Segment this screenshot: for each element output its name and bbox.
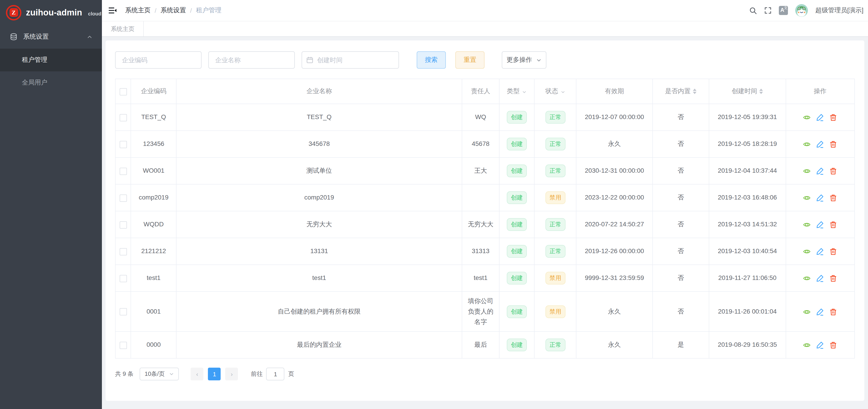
row-checkbox[interactable] [119, 342, 127, 349]
more-actions-button[interactable]: 更多操作 [502, 52, 546, 69]
eye-icon[interactable] [803, 194, 811, 202]
col-builtin[interactable]: 是否内置 [653, 79, 709, 104]
search-icon[interactable] [749, 7, 757, 14]
pencil-icon[interactable] [816, 141, 824, 148]
row-checkbox[interactable] [119, 195, 127, 202]
cell-enterprise-code: WQDD [131, 211, 176, 238]
eye-icon[interactable] [803, 342, 811, 349]
pencil-icon[interactable] [816, 194, 824, 202]
cell-validity: 2030-12-31 00:00:00 [577, 158, 653, 184]
type-badge: 创建 [507, 305, 527, 318]
cell-enterprise-code: 2121212 [131, 238, 176, 265]
row-checkbox[interactable] [119, 248, 127, 255]
cell-enterprise-name: 测试单位 [177, 158, 462, 184]
col-type[interactable]: 类型 [499, 79, 534, 104]
pencil-icon[interactable] [816, 167, 824, 175]
enterprise-code-input[interactable] [115, 52, 202, 69]
trash-icon[interactable] [830, 194, 837, 202]
created-time-input[interactable] [302, 52, 399, 69]
trash-icon[interactable] [830, 342, 837, 349]
sort-icon[interactable] [760, 89, 763, 94]
goto-page-input[interactable] [266, 368, 284, 380]
trash-icon[interactable] [830, 114, 837, 122]
next-page-button[interactable]: › [225, 368, 238, 380]
row-checkbox[interactable] [119, 221, 127, 229]
enterprise-name-input[interactable] [208, 52, 295, 69]
cell-enterprise-name: 自己创建的租户拥有所有权限 [177, 292, 462, 332]
eye-icon[interactable] [803, 167, 811, 175]
cell-builtin: 是 [653, 332, 709, 358]
cell-enterprise-code: test1 [131, 265, 176, 292]
type-badge: 创建 [507, 272, 527, 284]
col-status[interactable]: 状态 [534, 79, 576, 104]
sidebar-item-tenant-management[interactable]: 租户管理 [0, 48, 102, 71]
col-created-time[interactable]: 创建时间 [709, 79, 786, 104]
reset-button[interactable]: 重置 [455, 52, 485, 69]
avatar[interactable] [795, 4, 808, 17]
filter-chevron-icon[interactable] [522, 89, 527, 94]
trash-icon[interactable] [830, 308, 837, 316]
sidebar-item-global-users[interactable]: 全局用户 [0, 71, 102, 94]
status-badge: 正常 [546, 245, 565, 258]
eye-icon[interactable] [803, 141, 811, 148]
pencil-icon[interactable] [816, 221, 824, 229]
cell-enterprise-code: TEST_Q [131, 104, 176, 131]
prev-page-button[interactable]: ‹ [191, 368, 204, 380]
page-size-select[interactable]: 10条/页 [140, 368, 179, 380]
cell-enterprise-code: 123456 [131, 131, 176, 158]
type-badge: 创建 [507, 111, 527, 124]
type-badge: 创建 [507, 339, 527, 351]
logo-icon: Z [6, 5, 21, 20]
app-title: zuihou-admin [26, 7, 82, 18]
row-checkbox[interactable] [119, 275, 127, 282]
sort-icon[interactable] [693, 89, 696, 94]
sidebar: Z zuihou-admin cloud 系统设置 租户管理 全局用户 [0, 0, 102, 409]
trash-icon[interactable] [830, 221, 837, 229]
cell-owner: WQ [462, 104, 499, 131]
eye-icon[interactable] [803, 221, 811, 229]
page-number-active[interactable]: 1 [208, 368, 221, 380]
trash-icon[interactable] [830, 275, 837, 282]
breadcrumb-separator: / [190, 7, 192, 14]
collapse-menu-icon[interactable] [108, 7, 117, 14]
trash-icon[interactable] [830, 248, 837, 255]
cell-enterprise-name: 345678 [177, 131, 462, 158]
status-badge: 禁用 [546, 191, 565, 204]
cell-builtin: 否 [653, 184, 709, 211]
language-icon[interactable]: A 文 [779, 6, 788, 15]
cell-enterprise-code: 0001 [131, 292, 176, 332]
username[interactable]: 超级管理员[演示] [815, 6, 863, 14]
eye-icon[interactable] [803, 308, 811, 316]
cell-owner: 45678 [462, 131, 499, 158]
select-all-checkbox[interactable] [119, 88, 127, 95]
row-checkbox[interactable] [119, 114, 127, 121]
row-checkbox[interactable] [119, 168, 127, 175]
fullscreen-icon[interactable] [764, 7, 772, 14]
breadcrumb: 系统主页 / 系统设置 / 租户管理 [125, 6, 222, 14]
cell-owner: 填你公司负责人的名字 [462, 292, 499, 332]
eye-icon[interactable] [803, 248, 811, 255]
status-badge: 正常 [546, 339, 565, 351]
pencil-icon[interactable] [816, 114, 824, 122]
app-title-suffix: cloud [88, 9, 101, 16]
eye-icon[interactable] [803, 114, 811, 122]
cell-enterprise-code: WO001 [131, 158, 176, 184]
tab-system-home[interactable]: 系统主页 [102, 21, 144, 36]
cell-validity: 2019-12-26 00:00:00 [577, 238, 653, 265]
table-header-row: 企业编码 企业名称 责任人 类型 状态 有效期 是否内置 创建时间 操作 [115, 79, 855, 104]
breadcrumb-system-settings[interactable]: 系统设置 [161, 6, 186, 14]
pencil-icon[interactable] [816, 275, 824, 282]
eye-icon[interactable] [803, 275, 811, 282]
pencil-icon[interactable] [816, 342, 824, 349]
pencil-icon[interactable] [816, 308, 824, 316]
breadcrumb-home[interactable]: 系统主页 [125, 6, 151, 14]
row-checkbox[interactable] [119, 308, 127, 316]
sidebar-group-system-settings[interactable]: 系统设置 [0, 25, 102, 48]
trash-icon[interactable] [830, 141, 837, 148]
pencil-icon[interactable] [816, 248, 824, 255]
table-row: 21212121313131313创建正常2019-12-26 00:00:00… [115, 238, 855, 265]
trash-icon[interactable] [830, 167, 837, 175]
row-checkbox[interactable] [119, 141, 127, 148]
filter-chevron-icon[interactable] [560, 89, 565, 94]
search-button[interactable]: 搜索 [417, 52, 446, 69]
